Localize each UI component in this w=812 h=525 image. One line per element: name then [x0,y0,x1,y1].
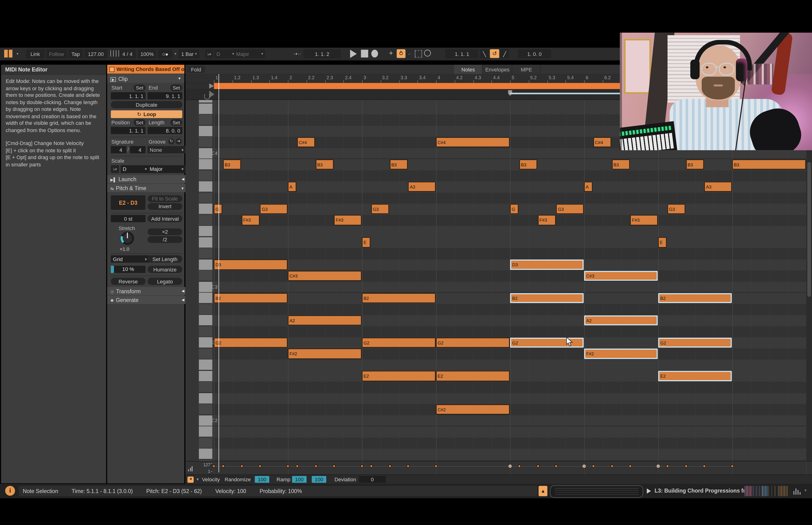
velocity-marker[interactable] [295,465,298,468]
launch-collapse-icon[interactable]: ◀ [182,177,184,181]
keybed-key[interactable] [199,381,212,392]
keybed-key[interactable] [199,103,212,114]
device-thumbnail[interactable] [744,486,787,496]
scale-flat-sharp-icon[interactable]: ♭# [205,49,213,59]
midi-note[interactable]: B3 [686,159,704,169]
midi-note[interactable]: C#4 [594,137,611,147]
stretch-knob[interactable] [121,231,134,245]
velocity-marker[interactable] [434,465,438,468]
midi-note[interactable]: F#3 [538,215,555,225]
scrollbar-thumb[interactable] [807,162,811,297]
keybed-key[interactable] [199,100,212,103]
loop-toggle[interactable]: ↻Loop [111,110,182,118]
midi-note[interactable]: B3 [223,159,241,169]
midi-note[interactable]: F#2 [288,348,361,359]
position-set-button[interactable]: Set [134,119,146,126]
transform-collapse-icon[interactable]: ◀ [182,289,184,293]
groove-caret-icon[interactable]: ▾ [174,52,177,56]
ramp-end-field[interactable]: 100 [312,476,326,483]
clip-title-bar[interactable]: Writing Chords Based Off of Me [107,65,184,74]
keybed-key[interactable] [199,371,212,381]
new-midi-clip-icon[interactable]: + [387,49,395,59]
midi-note[interactable]: A [288,182,296,192]
lesson-play-icon[interactable] [647,488,651,494]
velocity-marker[interactable] [212,465,215,468]
keybed-key[interactable] [199,315,212,326]
keybed-key[interactable] [199,137,212,148]
pitch-row[interactable] [212,449,806,460]
capture-midi-icon[interactable] [415,50,422,58]
velocity-marker[interactable] [555,465,558,468]
pitch-row[interactable] [212,259,806,270]
midi-note[interactable]: A3 [408,182,435,192]
midi-note[interactable]: C#3 [288,271,361,281]
stop-button[interactable] [361,50,368,58]
midi-note[interactable]: G2 [214,338,287,348]
keybed-key[interactable] [199,304,212,315]
keybed-key[interactable] [199,393,212,404]
clip-section-header[interactable]: ▶Clip ▼ [107,74,184,83]
keybed-key[interactable] [199,204,212,214]
time-signature-field[interactable]: 4 / 4 [119,49,136,59]
velocity-marker[interactable] [370,465,373,468]
keybed-key[interactable] [199,348,212,359]
fit-to-scale-button[interactable]: Fit to Scale [148,195,182,202]
velocity-marker[interactable] [259,465,262,468]
midi-note[interactable]: B2 [362,293,435,303]
midi-note[interactable]: C#3 [584,271,657,281]
keybed-key[interactable] [199,226,212,237]
midi-note[interactable]: B2 [214,293,287,303]
loop-length-field[interactable]: 1. 0. 0 [518,49,551,59]
stretch-x2-button[interactable]: ×2 [148,228,182,235]
keybed-key[interactable] [199,404,212,415]
velocity-marker[interactable] [508,465,511,468]
velocity-marker[interactable] [518,465,521,468]
midi-note[interactable]: G3 [668,204,685,214]
midi-note[interactable]: E [658,237,667,247]
show-help-button[interactable]: ▲ [538,486,547,496]
groove-select[interactable]: None▼ [148,146,186,153]
midi-note[interactable]: A [584,182,593,192]
keybed-key[interactable] [199,248,212,259]
pitch-row[interactable] [212,415,806,426]
start-set-button[interactable]: Set [134,84,146,91]
transform-section-header[interactable]: ☉Transform ◀ [107,287,187,295]
pitch-row[interactable] [212,282,806,292]
lane-name[interactable]: Velocity [202,477,220,482]
keybed-key[interactable] [199,292,212,303]
end-set-button[interactable]: Set [170,84,182,91]
tap-tempo-button[interactable]: Tap [68,49,83,59]
metronome-icon[interactable]: ││││ [109,50,120,56]
velocity-marker[interactable] [629,465,632,468]
tab-mpe[interactable]: MPE [513,65,541,74]
lane-color-chip[interactable]: ⯇ [187,477,194,483]
transpose-field[interactable]: 0 st [111,215,146,222]
keybed-key[interactable] [199,259,212,270]
randomize-amount-field[interactable]: 100 [255,476,269,483]
velocity-marker[interactable] [333,465,336,468]
midi-note[interactable]: D3 [510,259,583,270]
keybed-key[interactable] [199,449,212,460]
pitch-row[interactable] [212,193,806,204]
velocity-lane[interactable]: 127 1 [185,461,812,475]
pitch-row[interactable] [212,437,806,448]
info-icon[interactable]: i [5,486,15,496]
midi-note[interactable]: G3 [260,204,287,214]
pitch-row[interactable] [212,226,806,237]
midi-note[interactable]: G [510,204,519,214]
automation-arm-icon[interactable] [424,50,431,57]
velocity-marker[interactable] [657,465,660,468]
invert-button[interactable]: Invert [148,203,182,210]
velocity-marker[interactable] [592,465,595,468]
keybed-key[interactable] [199,193,212,203]
midi-note[interactable]: G2 [362,338,435,348]
pitch-row[interactable] [212,237,806,248]
set-length-button[interactable]: Set Length [148,255,182,263]
lane-select-caret-icon[interactable]: ▼ [196,478,199,481]
humanize-amount-field[interactable]: 10 % [111,266,146,273]
tab-envelopes[interactable]: Envelopes [483,65,512,74]
key-scale-select[interactable]: Major▾ [234,49,265,59]
midi-note[interactable]: G3 [556,204,583,214]
midi-note[interactable]: B2 [658,293,731,303]
midi-note[interactable]: C#2 [436,404,509,414]
